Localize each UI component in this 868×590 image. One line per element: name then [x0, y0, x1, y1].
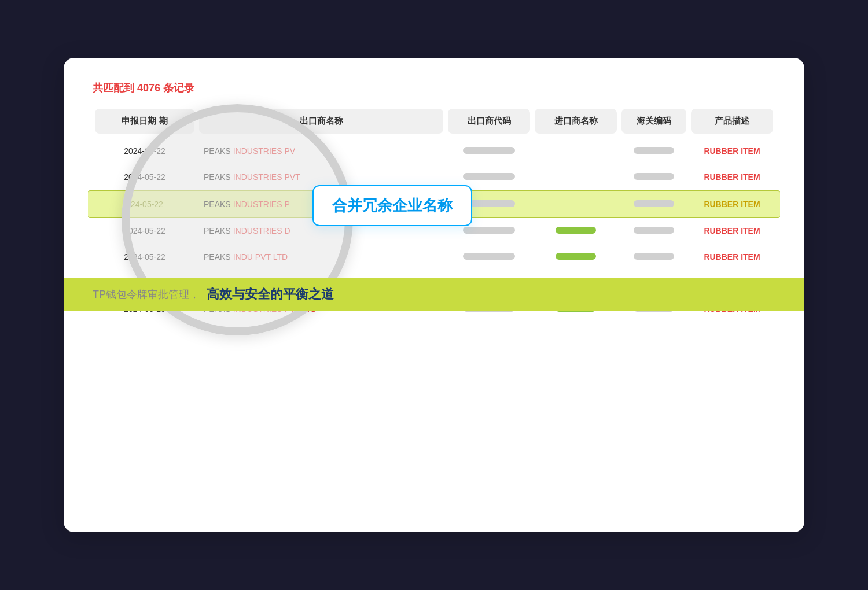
table-row[interactable]: 2024-05-22 PEAKS INDUSTRIES PV RUBBER IT… [93, 138, 775, 164]
record-count: 共匹配到 4076 条记录 [93, 81, 775, 95]
cell-product: RUBBER ITEM [689, 172, 775, 182]
cell-exporter: PEAKS INDUSTRIES PV [197, 146, 446, 156]
cell-hs [619, 226, 689, 235]
col-importer: 进口商名称 [535, 109, 617, 134]
cell-date: 2024-05-22 [93, 226, 197, 235]
exporter-red: INDUSTRIES P [233, 200, 290, 209]
cell-product: RUBBER ITEM [689, 252, 775, 261]
banner-prefix: TP钱包令牌审批管理， [93, 287, 200, 301]
cell-exporter: PEAKS INDUSTRIES PVT [197, 172, 446, 182]
cell-hs [619, 252, 689, 261]
feature-banner: TP钱包令牌审批管理， 高效与安全的平衡之道 [64, 278, 804, 311]
cell-exporter: PEAKS INDUSTRIES D [197, 226, 446, 235]
cell-product: RUBBER ITEM [689, 200, 775, 209]
cell-hs [619, 200, 689, 209]
cell-hs [619, 172, 689, 182]
col-date: 申报日期 期 [95, 109, 194, 134]
exporter-black: PEAKS [204, 252, 231, 261]
table-row[interactable]: 2024-05-22 PEAKS INDU PVT LTD RUBBER ITE… [93, 244, 775, 270]
col-exporter-code: 出口商代码 [448, 109, 530, 134]
tooltip-text: 合并冗余企业名称 [332, 196, 453, 216]
cell-hs [619, 146, 689, 156]
banner-text: 高效与安全的平衡之道 [207, 286, 334, 303]
cell-code [446, 172, 532, 182]
col-product: 产品描述 [691, 109, 773, 134]
exporter-red: INDU PVT LTD [233, 252, 288, 261]
exporter-red: INDUSTRIES PVT [233, 172, 300, 182]
exporter-black: PEAKS [204, 226, 231, 235]
cell-importer [532, 252, 619, 261]
cell-date: 024-05-22 [93, 200, 197, 209]
table-header: 申报日期 期 出口商名称 出口商代码 进口商名称 海关编码 产品描述 [93, 109, 775, 134]
exporter-red: INDUSTRIES PV [233, 146, 295, 156]
cell-date: 2024-05-22 [93, 172, 197, 182]
cell-product: RUBBER ITEM [689, 226, 775, 235]
cell-importer [532, 226, 619, 235]
cell-code [446, 146, 532, 156]
exporter-black: PEAKS [204, 146, 231, 156]
cell-exporter: PEAKS INDU PVT LTD [197, 252, 446, 261]
record-count-number: 4076 [137, 82, 160, 94]
record-count-suffix: 条记录 [163, 82, 194, 94]
cell-code [446, 226, 532, 235]
tooltip-bubble: 合并冗余企业名称 [312, 185, 472, 226]
col-exporter: 出口商名称 [199, 109, 443, 134]
cell-product: RUBBER ITEM [689, 146, 775, 156]
exporter-red: INDUSTRIES D [233, 226, 290, 235]
main-card: 共匹配到 4076 条记录 申报日期 期 出口商名称 出口商代码 进口商名称 海… [64, 58, 804, 532]
cell-code [446, 252, 532, 261]
exporter-black: PEAKS [204, 200, 231, 209]
col-hs-code: 海关编码 [621, 109, 686, 134]
record-count-label: 共匹配到 [93, 82, 134, 94]
cell-date: 2024-05-22 [93, 146, 197, 156]
cell-date: 2024-05-22 [93, 252, 197, 261]
exporter-black: PEAKS [204, 172, 231, 182]
